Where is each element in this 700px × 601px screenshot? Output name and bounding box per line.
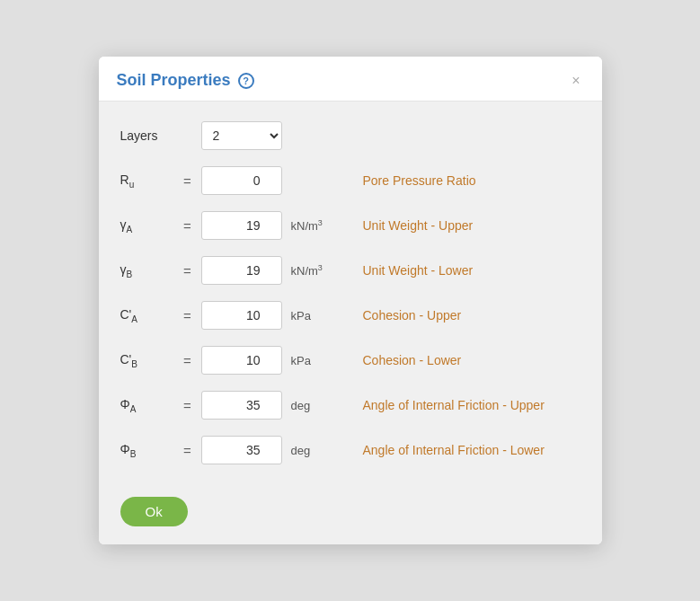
ok-button[interactable]: Ok	[120, 497, 188, 526]
soil-properties-dialog: Soil Properties ? × Layers 1 2 3 4 Ru	[99, 57, 602, 544]
phia-input[interactable]	[201, 391, 282, 420]
ya-row: γA = kN/m3 Unit Weight - Upper	[120, 209, 580, 242]
layers-select[interactable]: 1 2 3 4	[201, 121, 282, 150]
phia-description: Angle of Internal Friction - Upper	[345, 398, 580, 412]
phib-label: ΦB	[120, 442, 137, 456]
cb-row: C'B = kPa Cohesion - Lower	[120, 344, 580, 376]
ru-description: Pore Pressure Ratio	[345, 173, 580, 188]
phib-row: ΦB = deg Angle of Internal Friction - Lo…	[120, 434, 580, 466]
ya-label: γA	[120, 217, 133, 232]
dialog-title: Soil Properties	[117, 71, 231, 90]
phia-label: ΦA	[120, 397, 137, 411]
ya-unit: kN/m3	[282, 218, 345, 233]
ca-unit: kPa	[282, 309, 345, 323]
yb-description: Unit Weight - Lower	[345, 263, 580, 278]
phib-description: Angle of Internal Friction - Lower	[345, 443, 580, 457]
title-row: Soil Properties ?	[117, 71, 254, 90]
ca-description: Cohesion - Upper	[345, 308, 580, 323]
close-button[interactable]: ×	[568, 72, 583, 90]
ya-description: Unit Weight - Upper	[345, 218, 580, 233]
ya-input[interactable]	[201, 211, 282, 240]
ca-label: C'A	[120, 307, 137, 322]
ca-input[interactable]	[201, 301, 282, 330]
ru-equals: =	[174, 173, 201, 189]
ya-equals: =	[174, 218, 201, 234]
ru-input[interactable]	[201, 166, 282, 195]
layers-row: Layers 1 2 3 4	[120, 119, 580, 152]
help-icon[interactable]: ?	[238, 73, 254, 89]
yb-input[interactable]	[201, 256, 282, 285]
dialog-body: Layers 1 2 3 4 Ru = Pore Pr	[99, 102, 602, 488]
ru-label: Ru	[120, 172, 135, 187]
cb-equals: =	[174, 353, 201, 368]
phib-equals: =	[174, 443, 201, 458]
dialog-header: Soil Properties ? ×	[99, 57, 602, 102]
yb-unit: kN/m3	[282, 263, 345, 278]
dialog-footer: Ok	[99, 488, 602, 544]
cb-label: C'B	[120, 352, 137, 367]
phib-input[interactable]	[201, 436, 282, 464]
ru-row: Ru = Pore Pressure Ratio	[120, 164, 580, 197]
cb-unit: kPa	[282, 354, 345, 367]
phia-equals: =	[174, 398, 201, 413]
ca-row: C'A = kPa Cohesion - Upper	[120, 299, 580, 331]
yb-row: γB = kN/m3 Unit Weight - Lower	[120, 254, 580, 287]
cb-description: Cohesion - Lower	[345, 353, 580, 367]
yb-equals: =	[174, 263, 201, 278]
phia-unit: deg	[282, 399, 345, 412]
yb-label: γB	[120, 262, 133, 277]
phia-row: ΦA = deg Angle of Internal Friction - Up…	[120, 389, 580, 421]
cb-input[interactable]	[201, 346, 282, 375]
layers-input-col: 1 2 3 4	[201, 121, 282, 150]
layers-label: Layers	[120, 128, 174, 143]
phib-unit: deg	[282, 444, 345, 457]
ca-equals: =	[174, 308, 201, 323]
